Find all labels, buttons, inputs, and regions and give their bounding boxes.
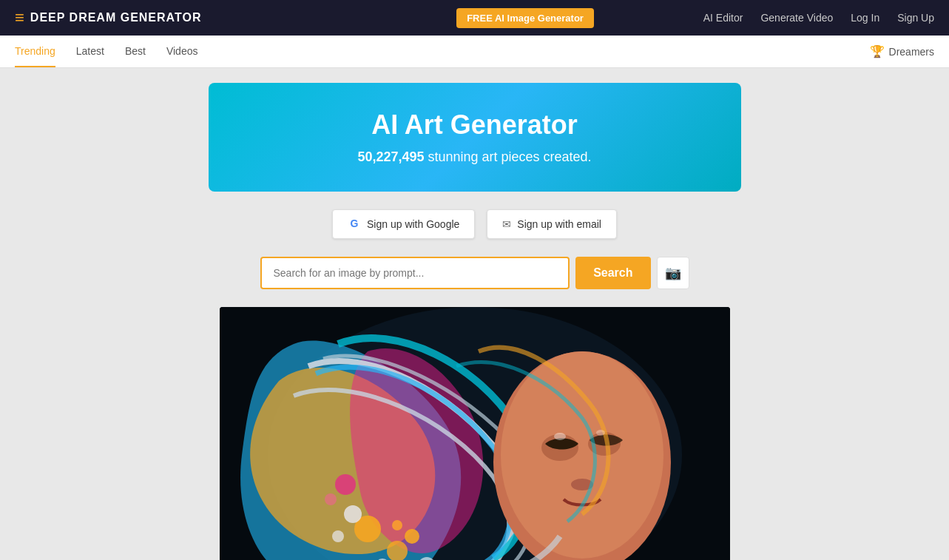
generate-video-link[interactable]: Generate Video	[760, 12, 833, 24]
tab-videos[interactable]: Videos	[166, 36, 198, 67]
free-ai-generator-button[interactable]: FREE AI Image Generator	[456, 8, 594, 28]
nav-tabs: Trending Latest Best Videos	[15, 36, 870, 67]
hero-subtitle: 50,227,495 stunning art pieces created.	[238, 149, 712, 165]
svg-point-17	[392, 520, 402, 530]
topnav-right: AI Editor Generate Video Log In Sign Up	[703, 12, 934, 24]
brand-name: DEEP DREAM GENERATOR	[30, 11, 202, 24]
brand-logo[interactable]: ≡ DEEP DREAM GENERATOR	[15, 8, 347, 27]
hero-count: 50,227,495	[357, 149, 424, 164]
signup-row: G Sign up with Google ✉ Sign up with ema…	[332, 209, 617, 239]
trophy-icon: 🏆	[870, 44, 885, 58]
dreamers-section[interactable]: 🏆 Dreamers	[870, 44, 934, 58]
top-navbar: ≡ DEEP DREAM GENERATOR FREE AI Image Gen…	[0, 0, 949, 36]
menu-icon: ≡	[15, 8, 24, 27]
search-input[interactable]	[260, 257, 570, 289]
signup-google-label: Sign up with Google	[367, 218, 459, 230]
featured-image	[220, 307, 730, 560]
hero-title: AI Art Generator	[238, 109, 712, 141]
signup-email-label: Sign up with email	[517, 218, 601, 230]
search-row: Search 📷	[260, 257, 689, 289]
tab-latest[interactable]: Latest	[76, 36, 104, 67]
google-icon: G	[348, 217, 361, 231]
signup-google-button[interactable]: G Sign up with Google	[332, 209, 475, 239]
tab-best[interactable]: Best	[125, 36, 146, 67]
camera-search-button[interactable]: 📷	[657, 257, 689, 289]
main-content: AI Art Generator 50,227,495 stunning art…	[0, 68, 949, 560]
svg-point-3	[501, 351, 663, 559]
svg-point-16	[405, 529, 419, 544]
svg-point-19	[596, 430, 605, 436]
signup-email-button[interactable]: ✉ Sign up with email	[487, 209, 617, 239]
sub-navbar: Trending Latest Best Videos 🏆 Dreamers	[0, 36, 949, 68]
svg-point-15	[325, 493, 337, 505]
svg-point-8	[344, 505, 362, 523]
hero-subtitle-suffix: stunning art pieces created.	[424, 149, 591, 164]
ai-editor-link[interactable]: AI Editor	[703, 12, 743, 24]
email-icon: ✉	[502, 218, 511, 230]
login-link[interactable]: Log In	[851, 12, 879, 24]
dreamers-label: Dreamers	[889, 46, 934, 58]
topnav-center: FREE AI Image Generator	[359, 8, 691, 28]
svg-point-14	[335, 474, 356, 495]
camera-icon: 📷	[665, 265, 681, 281]
hero-banner: AI Art Generator 50,227,495 stunning art…	[209, 83, 741, 192]
search-button[interactable]: Search	[575, 257, 650, 289]
svg-point-9	[332, 530, 344, 542]
signup-nav-link[interactable]: Sign Up	[897, 12, 934, 24]
tab-trending[interactable]: Trending	[15, 36, 55, 67]
svg-point-18	[554, 433, 566, 440]
